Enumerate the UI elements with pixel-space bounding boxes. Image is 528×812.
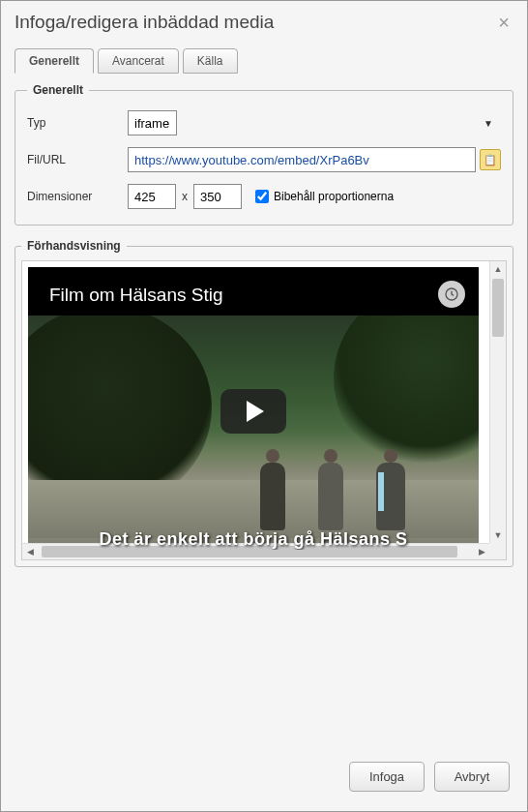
play-button-icon[interactable]: [220, 389, 286, 434]
height-input[interactable]: [193, 184, 242, 209]
video-thumbnail: [28, 316, 479, 556]
preview-area: Film om Hälsans Stig: [21, 260, 507, 560]
type-select-wrap: iframe: [128, 110, 501, 135]
type-label: Typ: [27, 116, 128, 130]
video-title: Film om Hälsans Stig: [49, 285, 223, 306]
scroll-corner: [489, 543, 506, 559]
preview-fieldset: Förhandsvisning Film om Hälsans Stig: [15, 239, 513, 567]
dialog-footer: Infoga Avbryt: [1, 750, 527, 811]
type-select[interactable]: iframe: [128, 110, 177, 135]
dimensions-row: Dimensioner x Bibehåll proportionerna: [27, 184, 501, 209]
general-fieldset: Generellt Typ iframe Fil/URL 📋: [15, 83, 513, 226]
url-row: Fil/URL 📋: [27, 147, 501, 172]
scroll-up-icon[interactable]: ▲: [490, 261, 506, 277]
constrain-checkbox[interactable]: [255, 190, 269, 203]
video-caption: Det är enkelt att börja gå Hälsans S: [28, 529, 479, 550]
insert-button[interactable]: Infoga: [349, 762, 425, 792]
url-wrap: 📋: [128, 147, 501, 172]
dialog-content: Generellt Typ iframe Fil/URL 📋: [1, 74, 527, 750]
scrollbar-vertical[interactable]: ▲ ▼: [489, 261, 506, 543]
scroll-down-icon[interactable]: ▼: [490, 527, 506, 543]
close-icon[interactable]: ×: [494, 11, 513, 34]
tab-general[interactable]: Generellt: [15, 48, 94, 74]
url-label: Fil/URL: [27, 153, 128, 166]
tab-bar: Generellt Avancerat Källa: [1, 42, 527, 74]
cancel-button[interactable]: Avbryt: [434, 762, 510, 792]
width-input[interactable]: [128, 184, 176, 209]
dialog-header: Infoga/redigera inbäddad media ×: [1, 1, 527, 42]
url-input[interactable]: [128, 147, 476, 172]
dialog-title: Infoga/redigera inbäddad media: [15, 12, 274, 33]
type-row: Typ iframe: [27, 110, 501, 135]
constrain-row[interactable]: Bibehåll proportionerna: [255, 190, 394, 203]
tab-source[interactable]: Källa: [183, 48, 238, 74]
scroll-v-thumb[interactable]: [492, 279, 504, 337]
dimension-separator: x: [182, 190, 188, 203]
dimensions-label: Dimensioner: [27, 190, 128, 203]
preview-legend: Förhandsvisning: [21, 239, 127, 253]
general-legend: Generellt: [27, 83, 89, 97]
browse-button[interactable]: 📋: [480, 149, 501, 170]
media-dialog: Infoga/redigera inbäddad media × Generel…: [0, 0, 528, 812]
watch-later-icon[interactable]: [438, 281, 465, 308]
folder-icon: 📋: [484, 154, 497, 166]
tab-advanced[interactable]: Avancerat: [98, 48, 179, 74]
video-player[interactable]: Film om Hälsans Stig: [28, 267, 479, 556]
constrain-label: Bibehåll proportionerna: [274, 190, 394, 203]
